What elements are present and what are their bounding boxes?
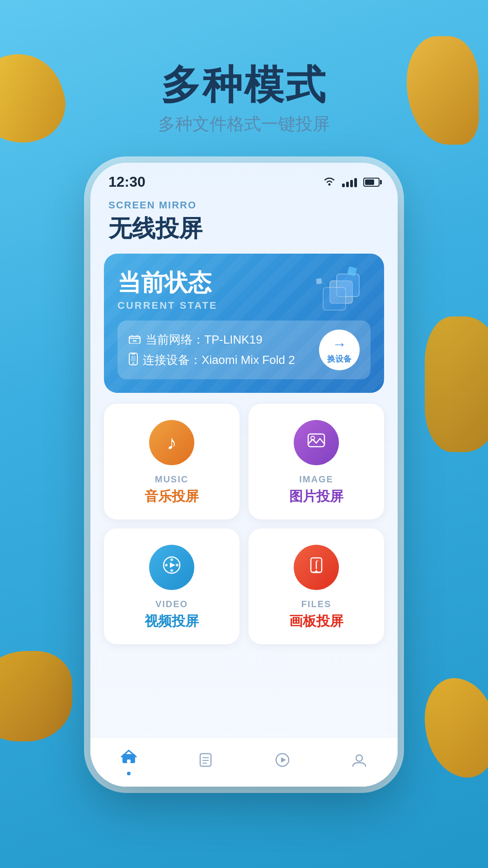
header-section: 多种模式 多种文件格式一键投屏 xyxy=(0,63,488,136)
video-name-label: 视频投屏 xyxy=(145,612,199,631)
status-time: 12:30 xyxy=(108,174,145,190)
nav-item-home[interactable] xyxy=(121,749,137,775)
feature-card-music[interactable]: ♪ MUSIC 音乐投屏 xyxy=(104,404,239,519)
music-name-label: 音乐投屏 xyxy=(145,487,199,506)
bottom-nav xyxy=(90,737,398,787)
svg-point-19 xyxy=(176,564,178,566)
switch-label: 换设备 xyxy=(327,354,352,364)
nav-active-dot xyxy=(127,772,131,775)
video-type-label: VIDEO xyxy=(155,599,188,609)
feature-grid: ♪ MUSIC 音乐投屏 IMAGE 图片投屏 xyxy=(104,404,384,644)
nav-video-icon xyxy=(274,752,291,772)
network-text: 当前网络：TP-LINK19 xyxy=(145,332,263,348)
nav-item-profile[interactable] xyxy=(351,752,367,772)
svg-point-18 xyxy=(165,564,168,566)
files-name-label: 画板投屏 xyxy=(289,612,343,631)
signal-bars-icon xyxy=(342,177,357,187)
switch-arrow-icon: → xyxy=(332,336,347,353)
state-info-rows: 当前网络：TP-LINK19 连接设备：Xiaomi Mix Fold 2 xyxy=(128,332,312,368)
image-name-label: 图片投屏 xyxy=(289,487,343,506)
files-icon xyxy=(306,555,326,580)
video-icon-wrap xyxy=(149,545,194,590)
feature-card-image[interactable]: IMAGE 图片投屏 xyxy=(249,404,384,519)
switch-device-button[interactable]: → 换设备 xyxy=(319,330,360,370)
app-title: 无线投屏 xyxy=(108,213,380,245)
sub-title: 多种文件格式一键投屏 xyxy=(0,113,488,136)
phone-inner: 12:30 xyxy=(90,163,398,787)
svg-rect-12 xyxy=(131,356,136,361)
wifi-icon xyxy=(323,175,336,189)
deco-shape-mid-right xyxy=(425,316,488,452)
state-card: 当前状态 CURRENT STATE 当前网络：TP-LIN xyxy=(104,254,384,393)
app-header: SCREEN MIRRO 无线投屏 xyxy=(90,195,398,254)
brand-label: SCREEN MIRRO xyxy=(108,199,380,211)
feature-card-files[interactable]: FILES 画板投屏 xyxy=(249,528,384,644)
status-icons xyxy=(323,175,380,189)
nav-item-video[interactable] xyxy=(274,752,291,772)
feature-card-video[interactable]: VIDEO 视频投屏 xyxy=(104,528,239,644)
device-icon xyxy=(128,353,138,368)
image-icon xyxy=(306,430,326,455)
deco-shape-bottom-right xyxy=(425,678,488,778)
cube-decoration xyxy=(303,258,375,330)
svg-point-26 xyxy=(356,755,362,761)
status-bar: 12:30 xyxy=(90,163,398,195)
nav-home-icon xyxy=(121,749,137,769)
device-row: 连接设备：Xiaomi Mix Fold 2 xyxy=(128,352,312,368)
svg-point-0 xyxy=(328,184,331,186)
music-icon: ♪ xyxy=(167,431,177,454)
video-icon xyxy=(162,555,182,580)
svg-point-16 xyxy=(170,558,173,561)
image-type-label: IMAGE xyxy=(299,474,333,485)
svg-rect-3 xyxy=(323,288,346,310)
network-row: 当前网络：TP-LINK19 xyxy=(128,332,312,348)
device-text: 连接设备：Xiaomi Mix Fold 2 xyxy=(143,352,295,368)
files-type-label: FILES xyxy=(301,599,332,609)
svg-rect-9 xyxy=(133,340,136,342)
image-icon-wrap xyxy=(294,420,339,465)
svg-point-11 xyxy=(132,362,134,364)
music-icon-wrap: ♪ xyxy=(149,420,194,465)
deco-shape-bottom-left xyxy=(0,651,72,741)
main-title: 多种模式 xyxy=(0,63,488,107)
nav-files-icon xyxy=(197,752,214,772)
files-icon-wrap xyxy=(294,545,339,590)
battery-icon xyxy=(363,178,380,187)
music-type-label: MUSIC xyxy=(155,474,188,485)
nav-profile-icon xyxy=(351,752,367,772)
network-icon xyxy=(128,334,141,346)
svg-rect-23 xyxy=(127,760,131,763)
svg-point-17 xyxy=(170,569,173,572)
phone-mockup: 12:30 xyxy=(90,163,398,787)
svg-rect-5 xyxy=(316,278,322,284)
nav-item-files[interactable] xyxy=(197,752,214,772)
svg-point-21 xyxy=(315,571,318,573)
